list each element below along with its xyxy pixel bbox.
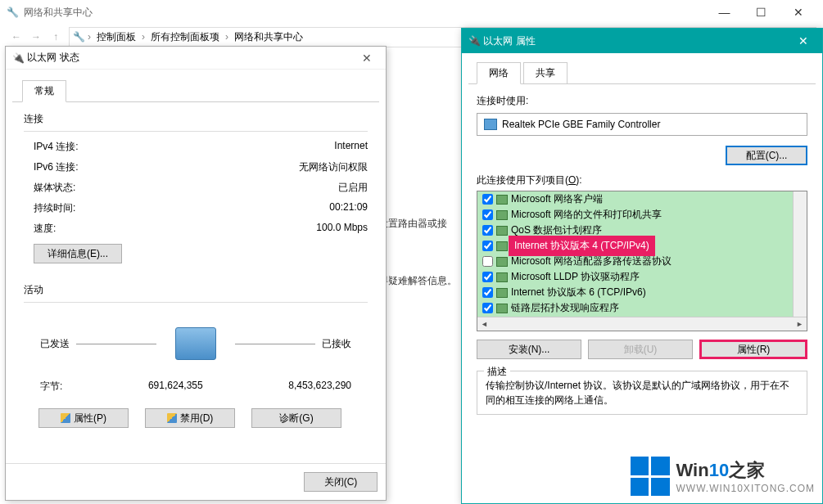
item-label: Microsoft 网络的文件和打印机共享	[511, 208, 662, 222]
minimize-button[interactable]: —	[706, 0, 743, 25]
item-label: Microsoft 网络客户端	[511, 192, 603, 206]
chevron-right-icon: ›	[142, 31, 145, 43]
item-label: Internet 协议版本 6 (TCP/IPv6)	[511, 286, 646, 299]
diagnose-button[interactable]: 诊断(G)	[251, 408, 341, 428]
chevron-right-icon: ›	[88, 31, 91, 43]
network-item[interactable]: Internet 协议版本 4 (TCP/IPv4)	[477, 238, 807, 254]
breadcrumb-item[interactable]: 网络和共享中心	[234, 30, 303, 44]
adapter-box: Realtek PCIe GBE Family Controller	[477, 113, 807, 136]
network-icon: 🔧	[7, 7, 19, 18]
close-button[interactable]: ✕	[780, 0, 816, 25]
network-items-list[interactable]: Microsoft 网络客户端Microsoft 网络的文件和打印机共享QoS …	[477, 191, 807, 331]
item-checkbox[interactable]	[482, 287, 493, 298]
chevron-right-icon: ›	[225, 31, 228, 43]
row-value: 100.0 Mbps	[181, 222, 368, 236]
main-title: 网络和共享中心	[24, 6, 93, 20]
adapter-icon	[484, 119, 497, 130]
network-item[interactable]: QoS 数据包计划程序	[477, 223, 807, 238]
connect-using-label: 连接时使用:	[477, 94, 807, 108]
ethernet-icon: 🔌	[12, 52, 25, 64]
props-tabstrip: 网络 共享	[468, 56, 816, 84]
row-value: 00:21:09	[181, 201, 368, 215]
close-button[interactable]: ✕	[791, 34, 816, 47]
received-label: 已接收	[322, 337, 351, 351]
vertical-scrollbar[interactable]	[793, 191, 807, 317]
status-row: IPv6 连接:无网络访问权限	[34, 160, 368, 174]
status-row: 媒体状态:已启用	[34, 181, 368, 195]
computer-icon	[163, 319, 228, 368]
status-row: IPv4 连接:Internet	[34, 140, 368, 154]
description-text: 传输控制协议/Internet 协议。该协议是默认的广域网络协议，用于在不同的相…	[486, 378, 798, 407]
item-checkbox[interactable]	[482, 272, 493, 282]
item-checkbox[interactable]	[482, 256, 493, 267]
protocol-icon	[496, 210, 508, 220]
row-value: 已启用	[181, 181, 368, 195]
back-button[interactable]: ←	[7, 27, 26, 47]
protocol-icon	[496, 288, 508, 298]
details-button[interactable]: 详细信息(E)...	[34, 244, 122, 263]
network-item[interactable]: Microsoft 网络适配器多路传送器协议	[477, 254, 807, 269]
shield-icon	[61, 413, 70, 423]
breadcrumb-item[interactable]: 控制面板	[97, 30, 136, 44]
bytes-recv-value: 8,453,623,290	[288, 380, 351, 394]
props-title-text: 以太网 属性	[483, 34, 535, 48]
row-key: 持续时间:	[34, 201, 181, 215]
bytes-sent-value: 691,624,355	[148, 380, 203, 394]
maximize-button[interactable]: ☐	[743, 0, 780, 25]
row-value: 无网络访问权限	[181, 160, 368, 174]
close-button[interactable]: ✕	[355, 52, 379, 65]
status-title-text: 以太网 状态	[27, 51, 79, 65]
row-value: Internet	[181, 140, 368, 154]
protocol-icon	[496, 226, 508, 236]
install-button[interactable]: 安装(N)...	[477, 340, 581, 359]
close-dialog-button[interactable]: 关闭(C)	[304, 472, 378, 492]
row-key: IPv4 连接:	[34, 140, 181, 154]
network-item[interactable]: Microsoft 网络客户端	[477, 191, 807, 207]
configure-button[interactable]: 配置(C)...	[726, 146, 807, 165]
item-label: Microsoft 网络适配器多路传送器协议	[511, 254, 672, 268]
shield-icon	[167, 413, 177, 423]
protocol-icon	[496, 195, 508, 205]
item-checkbox[interactable]	[482, 241, 493, 251]
up-button[interactable]: ↑	[46, 27, 66, 47]
properties-button[interactable]: 属性(P)	[38, 408, 129, 428]
forward-button[interactable]: →	[26, 27, 46, 47]
scroll-left-arrow[interactable]: ◄	[477, 317, 491, 331]
item-label: Internet 协议版本 4 (TCP/IPv4)	[511, 238, 653, 254]
folder-icon: 🔧	[73, 31, 85, 43]
horizontal-scrollbar[interactable]: ◄ ►	[477, 317, 807, 331]
tab-general[interactable]: 常规	[22, 80, 66, 102]
scroll-right-arrow[interactable]: ►	[793, 317, 807, 331]
network-item[interactable]: Microsoft LLDP 协议驱动程序	[477, 269, 807, 285]
item-checkbox[interactable]	[482, 303, 493, 313]
tab-network[interactable]: 网络	[477, 62, 521, 84]
adapter-name: Realtek PCIe GBE Family Controller	[502, 119, 660, 130]
item-properties-button[interactable]: 属性(R)	[699, 340, 807, 359]
main-titlebar: 🔧 网络和共享中心 — ☐ ✕	[0, 0, 823, 25]
protocol-icon	[496, 241, 508, 251]
items-list-label: 此连接使用下列项目(O):	[477, 173, 807, 187]
item-label: 链路层拓扑发现响应程序	[511, 301, 619, 315]
protocol-icon	[496, 257, 508, 267]
row-key: 速度:	[34, 222, 181, 236]
item-checkbox[interactable]	[482, 194, 493, 205]
connection-section-label: 连接	[24, 112, 368, 126]
item-checkbox[interactable]	[482, 225, 493, 236]
status-titlebar: 🔌 以太网 状态 ✕	[6, 47, 386, 70]
item-checkbox[interactable]	[482, 209, 493, 220]
description-box: 描述 传输控制协议/Internet 协议。该协议是默认的广域网络协议，用于在不…	[477, 371, 807, 415]
tab-sharing[interactable]: 共享	[523, 62, 568, 84]
network-item[interactable]: Internet 协议版本 6 (TCP/IPv6)	[477, 285, 807, 300]
row-key: IPv6 连接:	[34, 160, 181, 174]
network-item[interactable]: 链路层拓扑发现响应程序	[477, 300, 807, 316]
bytes-label: 字节:	[40, 380, 62, 394]
sent-label: 已发送	[40, 337, 70, 351]
breadcrumb-item[interactable]: 所有控制面板项	[151, 30, 219, 44]
status-row: 持续时间:00:21:09	[34, 201, 368, 215]
activity-section-label: 活动	[24, 283, 368, 297]
disable-button[interactable]: 禁用(D)	[145, 408, 235, 428]
item-label: Microsoft LLDP 协议驱动程序	[511, 270, 640, 284]
protocol-icon	[496, 304, 508, 313]
ethernet-status-dialog: 🔌 以太网 状态 ✕ 常规 连接 IPv4 连接:InternetIPv6 连接…	[5, 46, 387, 501]
network-item[interactable]: Microsoft 网络的文件和打印机共享	[477, 207, 807, 223]
